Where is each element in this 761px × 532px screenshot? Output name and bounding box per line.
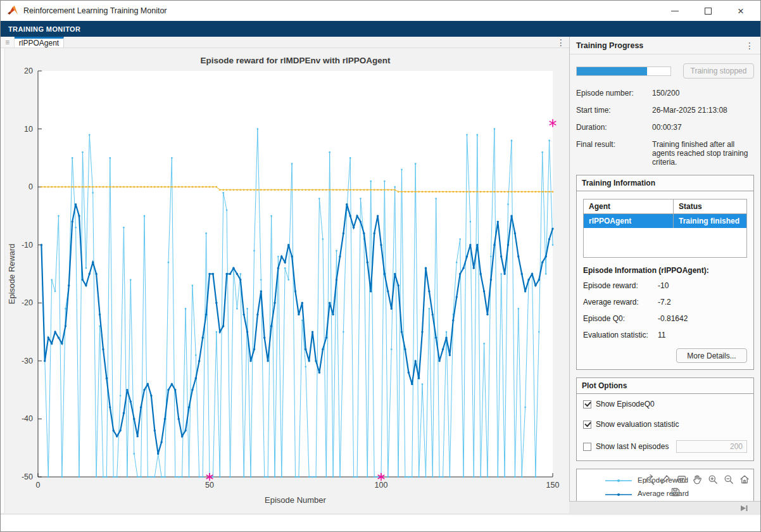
duration-row: Duration: 00:00:37 <box>576 123 754 132</box>
toolstrip: TRAINING MONITOR <box>1 21 760 37</box>
average-reward-marker <box>605 490 632 498</box>
episode-information-title: Episode Information (rlPPOAgent): <box>583 266 747 275</box>
brush-icon[interactable] <box>659 473 671 485</box>
table-empty-space <box>584 228 746 257</box>
app-window: Reinforcement Learning Training Monitor … <box>0 0 761 532</box>
restore-view-icon[interactable] <box>738 473 750 485</box>
pan-icon[interactable] <box>691 473 703 485</box>
show-episodeq0-checkbox[interactable] <box>583 400 591 408</box>
copy-as-image-icon[interactable] <box>669 499 681 501</box>
zoom-in-icon[interactable] <box>707 473 719 485</box>
svg-text:20: 20 <box>24 66 33 75</box>
start-time-row: Start time: 26-Mar-2025 21:13:08 <box>576 106 754 115</box>
title-bar: Reinforcement Learning Training Monitor … <box>1 1 760 21</box>
svg-text:50: 50 <box>205 481 214 490</box>
panel-title: Training Progress <box>576 41 643 50</box>
episode-reward-marker <box>605 476 632 484</box>
panel-header: Training Progress ⋮ <box>570 37 760 54</box>
svg-text:150: 150 <box>546 481 560 490</box>
close-icon: × <box>738 6 744 16</box>
show-last-n-episodes-checkbox[interactable] <box>583 443 591 451</box>
more-details-button[interactable]: More Details... <box>676 348 747 363</box>
show-evaluation-statistic-checkbox[interactable] <box>583 421 591 429</box>
svg-text:0: 0 <box>36 481 41 490</box>
minimize-icon <box>671 11 679 11</box>
plot-options-title: Plot Options <box>577 378 753 394</box>
panel-menu-button[interactable]: ⋮ <box>744 41 755 51</box>
training-progress-bar <box>576 66 671 76</box>
chart-legend: Episode reward Average reward EpisodeQ0 … <box>576 469 754 501</box>
last-n-episodes-input[interactable] <box>676 440 747 453</box>
svg-text:-40: -40 <box>22 414 33 423</box>
matlab-logo-icon <box>7 6 18 16</box>
panel-content: Training stopped Episode number: 150/200… <box>570 54 760 501</box>
svg-text:0: 0 <box>28 182 33 191</box>
training-progress-fill <box>577 67 647 75</box>
data-tips-icon[interactable] <box>675 473 687 485</box>
document-bar-button[interactable]: ≡ <box>1 37 15 48</box>
svg-text:100: 100 <box>375 481 388 490</box>
svg-text:Episode Reward: Episode Reward <box>7 244 16 304</box>
svg-text:Episode Number: Episode Number <box>265 495 326 505</box>
column-agent: Agent <box>584 200 674 213</box>
episode-reward-row: Episode reward: -10 <box>583 281 747 290</box>
zoom-out-icon[interactable] <box>722 473 734 485</box>
start-time-value: 26-Mar-2025 21:13:08 <box>652 106 753 115</box>
agents-table: Agent Status rlPPOAgent Training finishe… <box>583 199 747 258</box>
show-episodeq0-option: Show EpisodeQ0 <box>577 394 753 414</box>
maximize-button[interactable] <box>700 3 716 18</box>
tab-rlppoagent[interactable]: rlPPOAgent <box>15 37 64 48</box>
training-chart[interactable]: 20100-10-20-30-40-50050100150Episode rew… <box>5 48 569 511</box>
episode-number-value: 150/200 <box>652 89 753 98</box>
document-tabstrip: ≡ rlPPOAgent ⋮ <box>1 37 569 48</box>
skip-to-end-icon[interactable] <box>739 504 749 512</box>
document-area: ≡ rlPPOAgent ⋮ 20100-10-20-30-40-5005010… <box>1 37 570 501</box>
minimize-button[interactable] <box>667 3 683 18</box>
close-button[interactable]: × <box>733 3 749 18</box>
plot-options-section: Plot Options Show EpisodeQ0 Show evaluat… <box>576 377 754 461</box>
average-reward-value: -7.2 <box>658 298 671 307</box>
kebab-menu-icon: ⋮ <box>557 37 565 48</box>
svg-text:-50: -50 <box>22 472 33 481</box>
document-bar-icon: ≡ <box>5 38 9 47</box>
svg-text:Episode reward for rlMDPEnv wi: Episode reward for rlMDPEnv with rlPPOAg… <box>200 56 391 65</box>
window-title: Reinforcement Learning Training Monitor <box>23 6 167 15</box>
training-information-title: Training Information <box>577 175 753 191</box>
evaluation-statistic-row: Evaluation statistic: 11 <box>583 331 747 339</box>
final-result-row: Final result: Training finished after al… <box>576 140 754 167</box>
svg-text:-10: -10 <box>22 241 33 250</box>
figure-area[interactable]: 20100-10-20-30-40-50050100150Episode rew… <box>5 48 569 513</box>
svg-text:-20: -20 <box>22 298 33 307</box>
svg-text:-30: -30 <box>22 357 33 365</box>
toolstrip-tab-training-monitor[interactable]: TRAINING MONITOR <box>8 25 80 33</box>
agents-table-header: Agent Status <box>584 200 746 214</box>
episode-reward-value: -10 <box>658 281 669 290</box>
svg-text:10: 10 <box>24 125 33 134</box>
table-row-rlppoagent[interactable]: rlPPOAgent Training finished <box>584 214 746 228</box>
maximize-icon <box>705 8 712 15</box>
episode-number-row: Episode number: 150/200 <box>576 89 754 98</box>
left-gutter <box>1 48 5 513</box>
average-reward-row: Average reward: -7.2 <box>583 298 747 307</box>
training-information-section: Training Information Agent Status rlPPOA… <box>576 175 754 370</box>
column-status: Status <box>674 200 746 213</box>
save-as-icon[interactable] <box>669 486 681 498</box>
episode-q0-value: -0.81642 <box>658 314 688 323</box>
show-evaluation-statistic-option: Show evaluation statistic <box>577 414 753 434</box>
axes-toolbar <box>643 473 750 485</box>
training-stopped-button[interactable]: Training stopped <box>683 63 754 79</box>
show-last-n-episodes-option: Show last N episodes <box>577 434 753 460</box>
status-badge: Training finished <box>674 214 746 228</box>
duration-value: 00:00:37 <box>652 123 753 132</box>
final-result-value: Training finished after all agents reach… <box>652 140 753 167</box>
episode-q0-row: Episode Q0: -0.81642 <box>583 314 747 323</box>
export-dropdown-menu <box>669 486 681 501</box>
evaluation-statistic-value: 11 <box>658 331 665 339</box>
export-icon[interactable] <box>643 473 655 485</box>
training-progress-panel: Training Progress ⋮ Training stopped Epi… <box>570 37 760 501</box>
document-actions-menu[interactable]: ⋮ <box>553 37 569 48</box>
